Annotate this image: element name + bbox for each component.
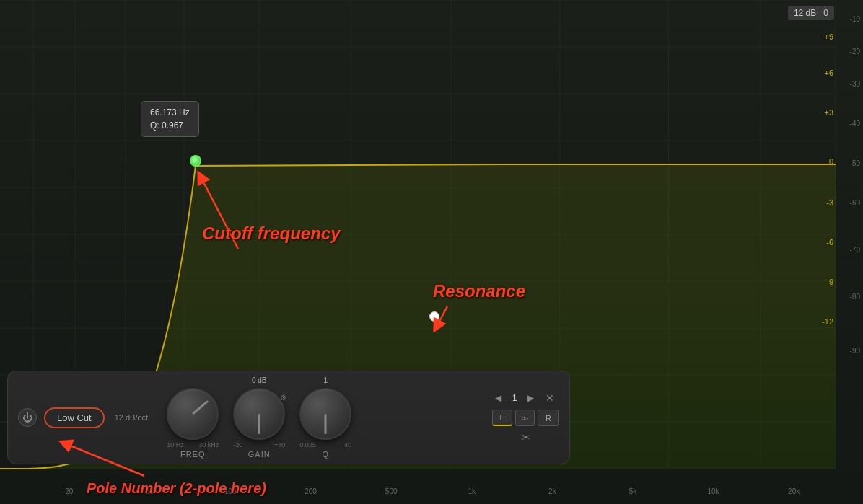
gain-range: -30 +30 bbox=[233, 441, 285, 448]
db-value: 12 dB bbox=[794, 8, 816, 18]
axis-200: 200 bbox=[271, 487, 351, 495]
q-max: 40 bbox=[344, 441, 351, 448]
nav-next-button[interactable]: ▶ bbox=[525, 392, 537, 404]
db-zero: 0 bbox=[823, 8, 828, 18]
freq-tooltip: 66.173 Hz Q: 0.967 bbox=[141, 101, 199, 137]
q-label: Q bbox=[322, 450, 329, 459]
db-badge: 12 dB 0 bbox=[788, 6, 834, 20]
freq-knob-container bbox=[167, 388, 219, 440]
nav-number: 1 bbox=[509, 393, 520, 403]
nav-row: ◀ 1 ▶ ✕ bbox=[492, 391, 558, 405]
pole-annotation: Pole Number (2-pole here) bbox=[87, 480, 266, 497]
lr-link-button[interactable]: ∞ bbox=[515, 410, 535, 426]
gain-min: -30 bbox=[233, 441, 242, 448]
q-knob-group: 1 0.025 40 Q bbox=[299, 376, 351, 459]
gain-settings-icon: ⚙ bbox=[280, 394, 286, 402]
gain-top-label: 0 dB bbox=[252, 376, 267, 386]
eq-display: 12 dB 0 66.173 Hz Q: 0.967 Cutoff freque… bbox=[0, 0, 863, 504]
q-knob[interactable] bbox=[299, 388, 351, 440]
tooltip-freq: 66.173 Hz bbox=[150, 106, 190, 119]
power-button[interactable]: ⏻ bbox=[18, 408, 37, 427]
freq-min: 10 Hz bbox=[167, 441, 184, 448]
gain-knob[interactable]: ⚙ bbox=[233, 388, 285, 440]
freq-range: 10 Hz 30 kHz bbox=[167, 441, 219, 448]
lr-right-button[interactable]: R bbox=[538, 410, 559, 426]
gain-max: +30 bbox=[274, 441, 285, 448]
cutoff-handle[interactable] bbox=[190, 155, 201, 167]
axis-10k: 10k bbox=[673, 487, 754, 495]
freq-max: 30 kHz bbox=[198, 441, 219, 448]
q-range: 0.025 40 bbox=[299, 441, 351, 448]
axis-1k: 1k bbox=[432, 487, 512, 495]
q-min: 0.025 bbox=[299, 441, 316, 448]
lr-row: L ∞ R bbox=[492, 410, 559, 426]
freq-label: FREQ bbox=[180, 450, 206, 459]
q-top-label: 1 bbox=[323, 376, 328, 386]
control-panel: ⏻ Low Cut 12 dB/oct 10 Hz 30 kHz FREQ 0 … bbox=[7, 371, 570, 464]
scissors-button[interactable]: ✂ bbox=[521, 430, 530, 444]
lr-left-button[interactable]: L bbox=[492, 410, 512, 426]
gain-knob-container: ⚙ bbox=[233, 388, 285, 440]
resonance-handle[interactable] bbox=[429, 311, 439, 322]
axis-2k: 2k bbox=[512, 487, 593, 495]
freq-knob-group: 10 Hz 30 kHz FREQ bbox=[167, 376, 219, 459]
gain-label: GAIN bbox=[248, 450, 271, 459]
gain-knob-group: 0 dB ⚙ -30 +30 GAIN bbox=[233, 376, 285, 459]
filter-type-button[interactable]: Low Cut bbox=[44, 407, 105, 428]
close-button[interactable]: ✕ bbox=[541, 391, 558, 405]
q-knob-container bbox=[299, 388, 351, 440]
right-controls: ◀ 1 ▶ ✕ L ∞ R ✂ bbox=[492, 391, 559, 444]
db-oct-label: 12 dB/oct bbox=[115, 413, 148, 422]
axis-5k: 5k bbox=[592, 487, 673, 495]
axis-500: 500 bbox=[351, 487, 432, 495]
nav-prev-button[interactable]: ◀ bbox=[492, 392, 504, 404]
axis-20k: 20k bbox=[753, 487, 834, 495]
tooltip-q: Q: 0.967 bbox=[150, 119, 190, 132]
freq-knob[interactable] bbox=[167, 388, 219, 440]
